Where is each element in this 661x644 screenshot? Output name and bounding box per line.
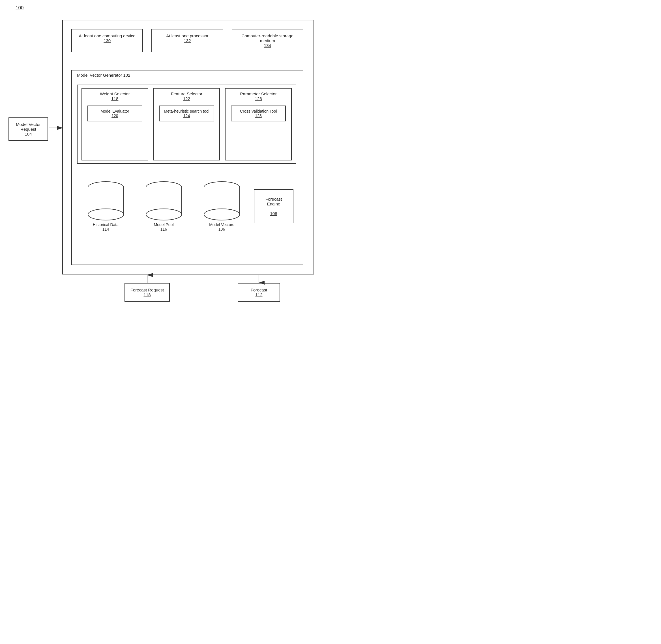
historical-data-drum-svg	[87, 181, 124, 221]
feature-selector-cell: Feature Selector 122 Meta-heuristic sear…	[153, 88, 220, 160]
parameter-selector-cell: Parameter Selector 126 Cross Validation …	[225, 88, 292, 160]
model-vectors-drum-svg	[203, 181, 240, 221]
historical-data-label: Historical Data 114	[93, 223, 118, 231]
forecast-engine-box: Forecast Engine 108	[254, 189, 293, 223]
model-vector-request-box: Model Vector Request 104	[8, 117, 48, 141]
top-boxes-row: At least one computing device 130 At lea…	[71, 29, 303, 52]
processor-num: 132	[157, 38, 218, 43]
model-vectors-label: Model Vectors 106	[209, 223, 234, 231]
model-vector-generator-box: Model Vector Generator 102 Weight Select…	[71, 70, 303, 265]
mvg-label: Model Vector Generator 102	[77, 73, 130, 77]
model-pool-drum: Model Pool 116	[138, 181, 189, 231]
storage-num: 134	[237, 43, 298, 48]
computing-device-label: At least one computing device	[79, 33, 136, 38]
processor-box: At least one processor 132	[152, 29, 223, 52]
diagram-number: 100	[16, 5, 23, 11]
model-pool-drum-svg	[145, 181, 182, 221]
model-vectors-drum: Model Vectors 106	[196, 181, 248, 231]
computing-device-box: At least one computing device 130	[71, 29, 143, 52]
computing-device-num: 130	[76, 38, 138, 43]
historical-data-drum: Historical Data 114	[80, 181, 132, 231]
outer-computing-box: At least one computing device 130 At lea…	[62, 20, 314, 274]
cross-validation-box: Cross Validation Tool 128	[231, 106, 286, 121]
parameter-selector-title: Parameter Selector 126	[240, 91, 277, 101]
feature-selector-title: Feature Selector 122	[171, 91, 202, 101]
forecast-box: Forecast 112	[238, 283, 280, 302]
forecast-request-box: Forecast Request 118	[124, 283, 170, 302]
svg-point-14	[204, 209, 240, 220]
meta-heuristic-box: Meta-heuristic search tool 124	[159, 106, 214, 121]
weight-selector-cell: Weight Selector 118 Model Evaluator 120	[82, 88, 148, 160]
svg-point-4	[88, 209, 124, 220]
weight-selector-title: Weight Selector 118	[100, 91, 130, 101]
drums-row: Historical Data 114 Model Pool	[77, 172, 296, 240]
model-evaluator-box: Model Evaluator 120	[87, 106, 142, 121]
processor-label: At least one processor	[166, 33, 208, 38]
model-pool-label: Model Pool 116	[154, 223, 174, 231]
svg-point-9	[146, 209, 182, 220]
diagram-container: 100 At least one computing device 130 At…	[0, 0, 330, 322]
selector-group: Weight Selector 118 Model Evaluator 120 …	[77, 85, 296, 164]
storage-box: Computer-readable storage medium 134	[232, 29, 303, 52]
storage-label: Computer-readable storage medium	[242, 33, 293, 43]
